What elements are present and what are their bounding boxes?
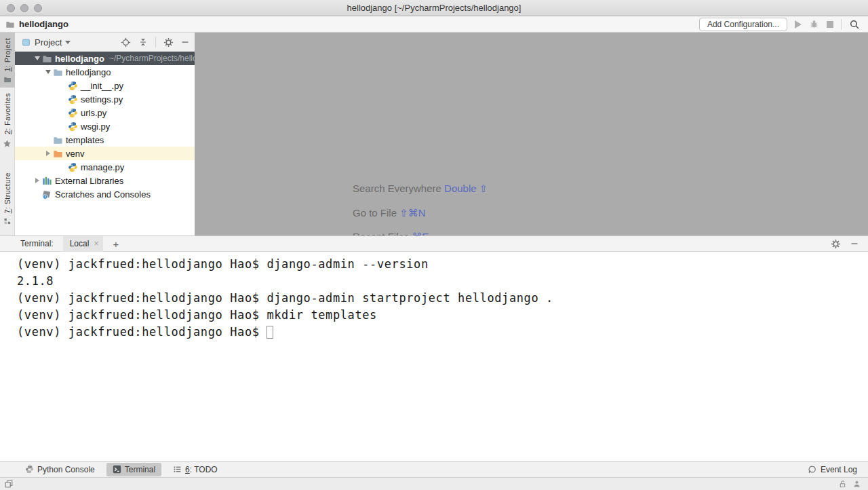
tree-row-external-libraries[interactable]: External Libraries [15, 174, 195, 187]
tree-label: templates [66, 135, 104, 145]
editor-area: Search Everywhere Double ⇧ Go to File ⇧⌘… [195, 33, 868, 235]
package-folder-icon [53, 67, 63, 77]
unlock-icon[interactable] [838, 480, 847, 489]
chevron-collapsed-icon[interactable] [33, 178, 42, 183]
tool-window-bar: Python Console Terminal 6: TODO Event Lo… [0, 461, 868, 477]
todo-list-icon [173, 465, 182, 474]
project-view-icon [22, 38, 31, 47]
tree-row-init-py[interactable]: __init__.py [15, 79, 195, 92]
terminal-button[interactable]: Terminal [106, 463, 161, 476]
debug-bug-icon[interactable] [809, 19, 819, 29]
tree-label: manage.py [81, 162, 124, 172]
excluded-folder-icon [53, 149, 63, 159]
terminal-line: (venv) jackfrued:hellodjango Hao$ django… [17, 256, 868, 273]
gear-icon[interactable] [163, 37, 174, 48]
tree-row-root-hellodjango[interactable]: hellodjango ~/PycharmProjects/hellodjang… [15, 52, 195, 65]
status-bar [0, 477, 868, 490]
python-file-icon [68, 81, 78, 91]
tool-tab-structure[interactable]: 7: Structure [0, 167, 15, 229]
window-title: hellodjango [~/PycharmProjects/hellodjan… [0, 3, 868, 13]
terminal-output[interactable]: (venv) jackfrued:hellodjango Hao$ django… [0, 252, 868, 461]
terminal-button-label: Terminal [125, 465, 155, 474]
locate-file-icon[interactable] [121, 37, 131, 48]
todo-button[interactable]: 6: TODO [167, 463, 224, 476]
tree-row-urls-py[interactable]: urls.py [15, 106, 195, 119]
tool-window-switcher-icon[interactable] [4, 479, 14, 489]
chevron-expanded-icon[interactable] [33, 56, 42, 60]
tree-root-path: ~/PycharmProjects/hellodjango [109, 54, 195, 63]
tree-label: settings.py [81, 94, 123, 105]
run-icon[interactable] [795, 20, 802, 29]
hide-panel-icon[interactable] [850, 240, 859, 248]
event-log-balloon-icon [808, 465, 817, 474]
tool-tab-structure-label: 7: Structure [3, 172, 12, 213]
terminal-line: (venv) jackfrued:hellodjango Hao$ mkdir … [17, 307, 868, 324]
status-bar-right [838, 480, 861, 489]
event-log-button[interactable]: Event Log [808, 465, 857, 474]
main-area: 1: Project 2: Favorites 7: Structure Pro… [0, 33, 868, 235]
python-file-icon [68, 162, 78, 172]
tree-row-templates[interactable]: templates [15, 133, 195, 147]
python-file-icon [68, 121, 78, 132]
shortcut-keys: Double ⇧ [444, 183, 488, 194]
terminal-cursor[interactable] [267, 326, 273, 339]
project-tree: hellodjango ~/PycharmProjects/hellodjang… [15, 52, 195, 235]
project-view-title[interactable]: Project [35, 37, 62, 48]
terminal-line: (venv) jackfrued:hellodjango Hao$ django… [17, 290, 868, 307]
project-panel-header: Project [15, 33, 195, 52]
terminal-header: Terminal: Local × + [0, 235, 868, 252]
tree-row-hellodjango-package[interactable]: hellodjango [15, 65, 195, 79]
collapse-all-icon[interactable] [138, 37, 148, 47]
gear-icon[interactable] [831, 239, 841, 249]
shortcut-keys: ⌘E [412, 231, 429, 235]
folder-icon [5, 20, 15, 29]
terminal-tab-local[interactable]: Local × [63, 236, 104, 252]
chevron-expanded-icon[interactable] [43, 70, 53, 74]
event-log-label: Event Log [821, 465, 857, 474]
terminal-prompt-line: (venv) jackfrued:hellodjango Hao$ [17, 324, 868, 341]
tree-label: urls.py [81, 108, 106, 118]
shortcut-recent-files: Recent Files ⌘E [353, 231, 429, 235]
terminal-header-icons [831, 239, 868, 249]
stop-icon[interactable] [827, 21, 833, 28]
pycharm-window: hellodjango [~/PycharmProjects/hellodjan… [0, 0, 868, 490]
breadcrumb[interactable]: hellodjango [5, 19, 68, 29]
inspections-profile-icon[interactable] [852, 480, 861, 489]
toolbar: hellodjango Add Configuration... [0, 16, 868, 33]
shortcut-keys: ⇧⌘N [399, 207, 425, 219]
tool-tab-favorites[interactable]: 2: Favorites [0, 88, 15, 151]
chevron-collapsed-icon[interactable] [43, 151, 53, 156]
python-console-icon [25, 465, 34, 474]
terminal-tab-label: Local [70, 239, 90, 248]
chevron-down-icon[interactable] [65, 41, 71, 44]
python-console-button[interactable]: Python Console [19, 463, 101, 476]
hide-panel-icon[interactable] [181, 38, 189, 46]
star-icon [3, 139, 12, 148]
folder-icon [42, 54, 52, 64]
project-folder-icon [3, 75, 12, 83]
tree-row-venv[interactable]: venv [15, 147, 195, 160]
tool-tab-favorites-label: 2: Favorites [3, 93, 12, 134]
terminal-panel: Terminal: Local × + (venv) jackfrued:hel… [0, 235, 868, 461]
tree-row-manage-py[interactable]: manage.py [15, 160, 195, 174]
tree-label: wsgi.py [81, 121, 110, 132]
close-tab-icon[interactable]: × [94, 239, 98, 248]
new-session-icon[interactable]: + [113, 238, 119, 250]
tree-row-settings-py[interactable]: settings.py [15, 92, 195, 106]
terminal-line: 2.1.8 [17, 273, 868, 290]
tree-label: hellodjango [55, 54, 104, 64]
structure-icon [3, 217, 12, 225]
scratches-icon [42, 189, 52, 200]
tree-row-wsgi-py[interactable]: wsgi.py [15, 119, 195, 133]
python-console-label: Python Console [37, 465, 95, 474]
tool-tab-project[interactable]: 1: Project [0, 33, 15, 88]
search-everywhere-icon[interactable] [849, 19, 860, 30]
todo-label: 6: TODO [185, 465, 218, 474]
libraries-icon [42, 176, 52, 186]
tree-label: hellodjango [66, 67, 111, 77]
tree-row-scratches[interactable]: Scratches and Consoles [15, 187, 195, 201]
stripe-bottom-group: 2: Favorites 7: Structure [0, 88, 15, 229]
terminal-icon [113, 465, 121, 474]
add-configuration-button[interactable]: Add Configuration... [699, 18, 787, 31]
tree-label: venv [66, 149, 84, 159]
